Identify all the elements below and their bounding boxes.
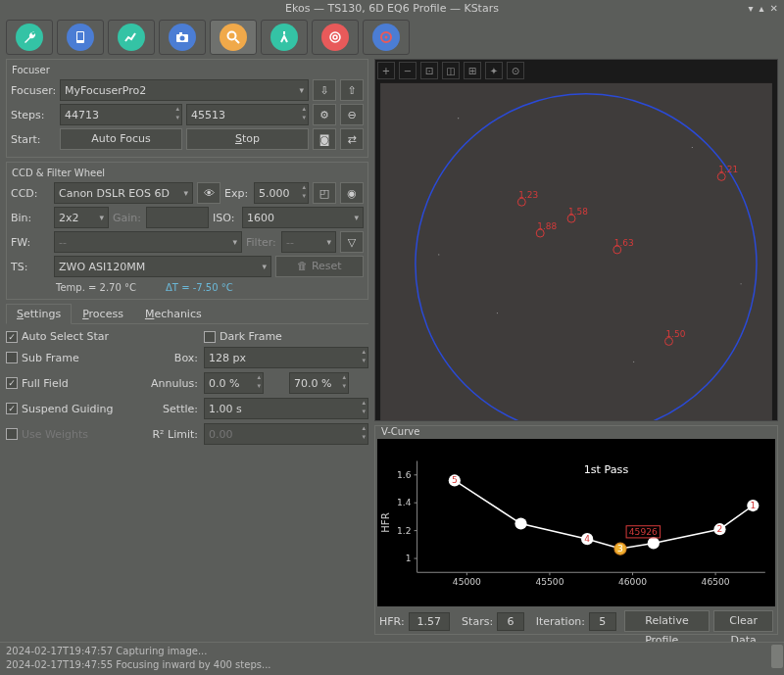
camera-icon <box>174 29 190 45</box>
preview-image: 1.23 1.58 1.88 1.63 1.21 1.50 <box>375 60 777 420</box>
svg-point-28 <box>740 283 741 284</box>
log-line: 2024-02-17T19:47:55 Focusing inward by 4… <box>6 658 778 672</box>
chart-icon <box>123 29 139 45</box>
tab-scheduler[interactable] <box>57 20 104 55</box>
live-view-icon[interactable]: 👁 <box>197 182 220 204</box>
tab-capture[interactable] <box>159 20 206 55</box>
svg-text:4: 4 <box>584 534 590 544</box>
svg-text:1.6: 1.6 <box>397 470 412 480</box>
iso-combo[interactable]: 1600 <box>242 207 364 228</box>
filter-settings-icon[interactable]: ▽ <box>340 231 364 253</box>
disc-icon <box>378 29 394 45</box>
tab-align[interactable] <box>261 20 308 55</box>
svg-text:HFR: HFR <box>380 512 391 532</box>
focuser-combo[interactable]: MyFocuserPro2 <box>60 79 309 101</box>
crosshair-icon[interactable]: ✦ <box>485 62 503 79</box>
dark-frame-check[interactable]: Dark Frame <box>204 330 368 343</box>
log-line: 2024-02-17T19:47:57 Capturing image... <box>6 645 778 658</box>
ccd-combo[interactable]: Canon DSLR EOS 6D <box>54 182 193 204</box>
tab-settings[interactable]: Settings <box>6 304 72 324</box>
capture-icon[interactable]: ◙ <box>313 128 336 150</box>
ccd-title: CCD & Filter Wheel <box>9 168 108 178</box>
svg-point-24 <box>458 118 459 119</box>
loop-icon[interactable]: ⇄ <box>340 128 364 150</box>
auto-select-check[interactable]: Auto Select Star <box>6 330 143 343</box>
steps-input[interactable]: 44713 <box>60 104 182 125</box>
zoom-1-1-icon[interactable]: ◫ <box>442 62 460 79</box>
box-label: Box: <box>149 352 198 364</box>
ts-combo[interactable]: ZWO ASI120MM <box>54 256 271 277</box>
settings-tabs: Settings Process Mechanics <box>6 304 368 324</box>
reset-frame-icon[interactable]: ◉ <box>340 182 364 204</box>
maximize-icon[interactable]: ▴ <box>760 0 764 18</box>
svg-point-3 <box>180 36 185 41</box>
module-toolbar <box>0 18 784 57</box>
svg-text:45500: 45500 <box>535 577 564 587</box>
log-scrollbar[interactable] <box>770 643 784 675</box>
grid-icon[interactable]: ⊙ <box>507 62 524 79</box>
exp-input[interactable]: 5.000 <box>254 182 309 204</box>
focuser-label: Focuser: <box>11 84 56 97</box>
focus-in-button[interactable]: ⇩ <box>313 79 336 101</box>
relative-profile-button[interactable]: Relative Profile... <box>624 610 710 632</box>
temp-value: Temp. = 2.70 °C <box>56 282 136 293</box>
svg-text:1.50: 1.50 <box>665 329 685 339</box>
stars-label: Stars: <box>462 615 493 628</box>
focuser-title: Focuser <box>9 65 53 75</box>
start-label: Start: <box>11 133 56 146</box>
ccd-group: CCD & Filter Wheel CCD: Canon DSLR EOS 6… <box>6 162 368 300</box>
goto-input[interactable]: 45513 <box>186 104 309 125</box>
tab-focus[interactable] <box>210 20 257 55</box>
image-preview[interactable]: + − ⊡ ◫ ⊞ ✦ ⊙ 1.23 1.58 1.88 1.63 1.21 1… <box>374 59 778 421</box>
svg-point-6 <box>330 32 340 42</box>
tab-mount[interactable] <box>363 20 410 55</box>
clear-data-button[interactable]: Clear Data <box>713 610 773 632</box>
svg-text:1: 1 <box>750 501 756 510</box>
tab-guide[interactable] <box>312 20 359 55</box>
settle-input[interactable]: 1.00 s <box>204 398 368 419</box>
zoom-in-icon[interactable]: + <box>377 62 395 79</box>
suspend-guiding-check[interactable]: Suspend Guiding <box>6 403 143 415</box>
ccd-label: CCD: <box>11 187 50 200</box>
tab-mechanics[interactable]: Mechanics <box>134 304 213 323</box>
zoom-fit-icon[interactable]: ⊡ <box>420 62 438 79</box>
svg-text:46000: 46000 <box>618 577 647 587</box>
svg-text:1.23: 1.23 <box>518 190 538 200</box>
stop-button[interactable]: SStoptop <box>186 128 309 150</box>
log-panel: 2024-02-17T19:47:57 Capturing image... 2… <box>0 642 784 675</box>
svg-point-29 <box>438 254 439 255</box>
stretch-icon[interactable]: ⊞ <box>464 62 481 79</box>
svg-text:2: 2 <box>717 524 723 534</box>
svg-point-57 <box>648 537 660 549</box>
tab-setup[interactable] <box>6 20 53 55</box>
svg-point-9 <box>385 36 388 39</box>
annulus-label: Annulus: <box>149 377 198 390</box>
sub-frame-check[interactable]: Sub Frame <box>6 352 143 364</box>
box-input[interactable]: 128 px <box>204 347 368 368</box>
toggle-full-icon[interactable]: ◰ <box>313 182 336 204</box>
tablet-icon <box>73 29 88 45</box>
focus-out-button[interactable]: ⇧ <box>340 79 364 101</box>
abort-icon[interactable]: ⊖ <box>340 104 364 125</box>
bin-label: Bin: <box>11 212 50 224</box>
iter-value: 5 <box>589 612 616 631</box>
vcurve-chart: 1.61.41.2145000455004600046500HFR1st Pas… <box>377 439 775 606</box>
svg-text:1.58: 1.58 <box>568 207 588 217</box>
annulus-inner-input[interactable]: 0.0 % <box>204 372 264 394</box>
gear-icon[interactable]: ⚙ <box>313 104 336 125</box>
autofocus-button[interactable]: Auto Focus <box>60 128 182 150</box>
tab-analyze[interactable] <box>108 20 155 55</box>
svg-point-26 <box>497 313 498 313</box>
full-field-check[interactable]: Full Field <box>6 377 143 390</box>
fw-combo: -- <box>54 231 242 253</box>
annulus-outer-input[interactable]: 70.0 % <box>289 372 349 394</box>
svg-text:1.63: 1.63 <box>614 238 634 248</box>
zoom-out-icon[interactable]: − <box>399 62 416 79</box>
minimize-icon[interactable]: ▾ <box>749 0 754 18</box>
tab-process[interactable]: Process <box>72 304 134 323</box>
window-buttons: ▾ ▴ ✕ <box>749 0 778 18</box>
bin-combo[interactable]: 2x2 <box>54 207 109 228</box>
iter-label: Iteration: <box>536 615 585 628</box>
svg-text:1.88: 1.88 <box>537 221 557 231</box>
close-icon[interactable]: ✕ <box>770 0 778 18</box>
